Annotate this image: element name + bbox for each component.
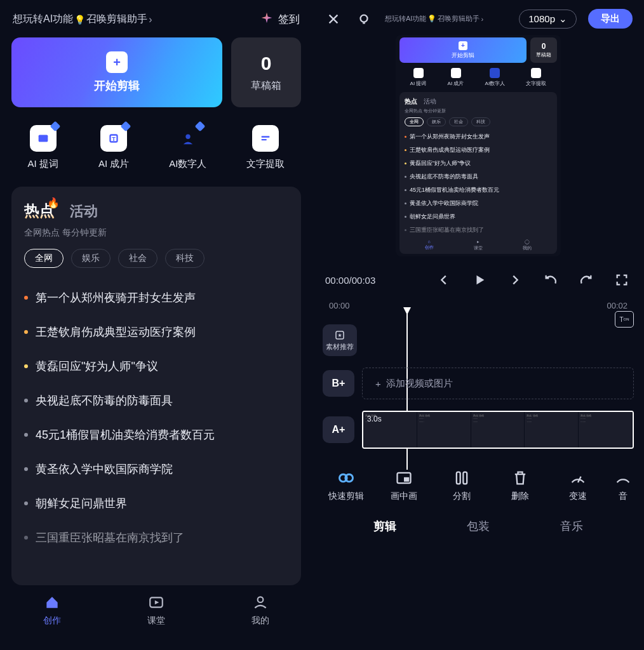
trend-tab-activity[interactable]: 活动: [70, 202, 98, 221]
video-clip[interactable]: 3.0s 热点 活动·············· 热点 活动··········…: [362, 411, 634, 449]
trend-item[interactable]: 黄圣依入学中欧国际商学院: [24, 452, 288, 486]
pill-entertainment[interactable]: 娱乐: [71, 249, 111, 268]
redo-button[interactable]: [577, 270, 596, 289]
trend-filter-row: 全网 娱乐 社会 科技: [24, 249, 288, 268]
fullscreen-button[interactable]: [612, 270, 631, 289]
preview-hero: +开始剪辑: [399, 37, 527, 63]
player-controls: 00:00/00:03: [312, 264, 644, 296]
pill-all[interactable]: 全网: [24, 249, 64, 268]
trend-item[interactable]: 三国重臣张昭墓在南京找到了: [24, 521, 288, 555]
b-track-button[interactable]: B+: [323, 370, 354, 397]
trend-item[interactable]: 王楚钦肩伤成典型运动医疗案例: [24, 315, 288, 349]
svg-rect-14: [457, 472, 460, 484]
tool-speed[interactable]: 变速: [556, 469, 600, 502]
trend-subtitle: 全网热点 每分钟更新: [24, 227, 288, 239]
trend-item[interactable]: 45元1桶假冒机油卖给消费者数百元: [24, 418, 288, 452]
svg-point-3: [185, 135, 190, 139]
mode-music[interactable]: 音乐: [560, 519, 583, 534]
svg-point-7: [258, 597, 264, 602]
trend-list: 第一个从郑州夜骑开封女生发声 王楚钦肩伤成典型运动医疗案例 黄磊回应"好为人师"…: [24, 281, 288, 585]
hero-row: + 开始剪辑 0 草稿箱: [0, 37, 312, 125]
editor-panel: 想玩转AI功能💡召唤剪辑助手› 1080p ⌄ 导出 +开始剪辑 0草稿箱 AI…: [312, 0, 644, 650]
mode-edit[interactable]: 剪辑: [373, 519, 396, 534]
trend-item[interactable]: 央视起底不防毒的防毒面具: [24, 383, 288, 418]
play-button[interactable]: [470, 270, 489, 289]
sparkle-icon: [260, 11, 273, 27]
pill-tech[interactable]: 科技: [165, 249, 205, 268]
tool-quick-edit[interactable]: 快速剪辑: [324, 469, 368, 502]
bulb-icon: 💡: [74, 15, 85, 25]
trend-tab-hot[interactable]: 热点🔥: [24, 201, 55, 221]
prev-button[interactable]: [434, 270, 453, 289]
chevron-right-icon: ›: [149, 14, 152, 25]
tool-delete[interactable]: 删除: [498, 469, 542, 502]
material-recommend-button[interactable]: 素材推荐: [323, 324, 357, 356]
draft-box-button[interactable]: 0 草稿箱: [231, 37, 301, 107]
feature-ai-avatar[interactable]: AI数字人: [169, 125, 206, 170]
mode-tabs: 剪辑 包装 音乐: [312, 511, 644, 547]
resolution-selector[interactable]: 1080p ⌄: [519, 10, 577, 29]
feature-ai-clip[interactable]: T AI 成片: [98, 125, 129, 170]
close-button[interactable]: [324, 10, 343, 29]
svg-rect-15: [464, 472, 467, 484]
feature-row: AI 提词 T AI 成片 AI数字人 文字提取: [0, 125, 312, 187]
app-home: 想玩转AI功能 💡 召唤剪辑助手 › 签到 + 开始剪辑 0 草稿箱 AI 提词…: [0, 0, 312, 650]
chevron-down-icon: ⌄: [559, 13, 567, 25]
user-icon: [252, 594, 269, 613]
nav-create[interactable]: 创作: [43, 594, 61, 627]
time-display: 00:00/00:03: [325, 275, 375, 286]
tool-pip[interactable]: 画中画: [382, 469, 426, 502]
svg-rect-5: [262, 139, 267, 140]
next-button[interactable]: [506, 270, 525, 289]
trend-tabs: 热点🔥 活动: [24, 201, 288, 221]
nav-profile[interactable]: 我的: [252, 594, 269, 627]
tool-audio[interactable]: 音: [614, 469, 633, 502]
home-icon: [44, 594, 60, 613]
ai-assist-tip[interactable]: 想玩转AI功能 💡 召唤剪辑助手 ›: [13, 13, 152, 26]
tool-split[interactable]: 分割: [439, 469, 484, 502]
edit-tools: 快速剪辑 画中画 分割 删除 变速 音: [312, 449, 644, 511]
bottom-nav: 创作 课堂 我的: [0, 585, 312, 638]
svg-rect-0: [38, 135, 48, 142]
feature-text-extract[interactable]: 文字提取: [246, 125, 285, 170]
trend-item[interactable]: 黄磊回应"好为人师"争议: [24, 349, 288, 383]
hint-button[interactable]: [354, 10, 373, 29]
play-square-icon: [148, 594, 164, 613]
mode-package[interactable]: 包装: [467, 519, 490, 534]
svg-rect-4: [262, 136, 270, 137]
svg-rect-13: [404, 477, 409, 482]
undo-button[interactable]: [541, 270, 560, 289]
a-track-button[interactable]: A+: [323, 416, 354, 443]
preview-draft: 0草稿箱: [530, 37, 557, 63]
svg-point-8: [361, 15, 368, 22]
draft-count: 0: [261, 53, 272, 74]
trend-item[interactable]: 第一个从郑州夜骑开封女生发声: [24, 281, 288, 315]
export-button[interactable]: 导出: [588, 9, 633, 29]
nav-class[interactable]: 课堂: [147, 594, 165, 627]
trend-card: 热点🔥 活动 全网热点 每分钟更新 全网 娱乐 社会 科技 第一个从郑州夜骑开封…: [11, 187, 301, 585]
feature-ai-prompt[interactable]: AI 提词: [28, 125, 58, 170]
trend-item[interactable]: 朝鲜女足问鼎世界: [24, 486, 288, 521]
ai-assist-mini[interactable]: 想玩转AI功能💡召唤剪辑助手›: [385, 14, 483, 23]
pill-society[interactable]: 社会: [118, 249, 158, 268]
timeline-tracks: 素材推荐 B+ +添加视频或图片 A+ 3.0s 热点 活动··········…: [312, 313, 644, 449]
start-edit-button[interactable]: + 开始剪辑: [11, 37, 222, 107]
plus-icon: +: [106, 51, 128, 73]
editor-top-bar: 想玩转AI功能💡召唤剪辑助手› 1080p ⌄ 导出: [312, 0, 644, 35]
preview-viewport[interactable]: +开始剪辑 0草稿箱 AI 提词 AI 成片 AI数字人 文字提取 热点 活动 …: [396, 35, 561, 256]
top-bar: 想玩转AI功能 💡 召唤剪辑助手 › 签到: [0, 0, 312, 37]
time-ruler[interactable]: 00:00 00:02: [312, 296, 644, 313]
add-media-track[interactable]: +添加视频或图片: [362, 368, 634, 399]
svg-text:T: T: [112, 136, 116, 142]
checkin-button[interactable]: 签到: [260, 11, 300, 27]
